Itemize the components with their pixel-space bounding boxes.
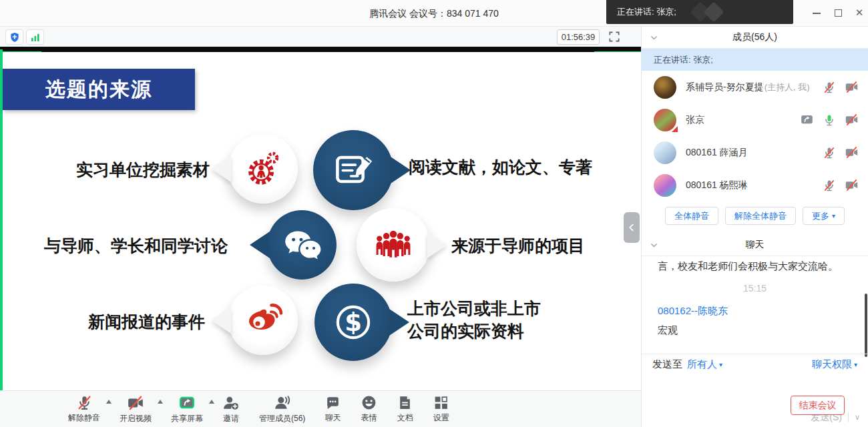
camera-off-icon <box>127 394 144 412</box>
mic-muted-icon[interactable] <box>823 179 836 192</box>
settings-button[interactable]: 设置 <box>433 394 449 424</box>
slide-badge <box>357 208 430 282</box>
more-button[interactable]: 更多 ▾ <box>803 207 845 225</box>
member-row[interactable]: 张京 <box>642 103 868 136</box>
chat-button[interactable]: 聊天 <box>324 394 341 424</box>
mic-active-icon[interactable] <box>823 113 836 127</box>
maximize-icon <box>835 9 842 17</box>
divider <box>848 412 849 422</box>
avatar <box>654 174 676 197</box>
mic-muted-icon <box>76 394 93 411</box>
slide-item-label: 来源于导师的项目 <box>451 235 585 258</box>
avatar <box>654 76 676 99</box>
unmute-button[interactable]: 解除静音 <box>68 394 100 424</box>
slide-badge <box>314 284 392 361</box>
slide-badge <box>313 130 393 210</box>
slide-item-label: 新闻报道的事件 <box>88 311 205 334</box>
slide-title-box: 选题的来源 <box>3 69 195 110</box>
sidebar-collapse-handle[interactable] <box>624 212 640 243</box>
badge-tail <box>211 307 231 334</box>
send-to-dropdown[interactable]: 所有人 ▾ <box>687 358 722 371</box>
shield-icon <box>9 31 21 43</box>
emoji-button[interactable]: 表情 <box>361 394 377 424</box>
member-row[interactable]: 080161 薛涵月 <box>642 136 868 169</box>
member-name: 080161 杨熙琳 <box>686 179 748 191</box>
chat-scrollbar[interactable] <box>865 294 867 357</box>
share-screen-button[interactable]: 共享屏幕 <box>171 394 203 424</box>
slide-item-label: 实习单位挖掘素材 <box>76 159 210 181</box>
mic-muted-icon[interactable] <box>823 146 836 159</box>
avatar <box>654 109 676 131</box>
badge-tail <box>391 157 411 183</box>
camera-off-icon[interactable] <box>845 178 859 192</box>
chat-permission-dropdown[interactable]: 聊天权限 ▾ <box>812 358 857 371</box>
camera-off-icon[interactable] <box>845 145 859 159</box>
close-button[interactable]: ✕ <box>852 5 867 20</box>
caret-up-icon[interactable] <box>106 400 112 404</box>
maximize-button[interactable] <box>831 7 845 20</box>
chevron-down-icon[interactable] <box>650 241 658 252</box>
member-name: 张京 <box>686 114 704 126</box>
unmute-all-button[interactable]: 解除全体静音 <box>725 207 796 225</box>
chevron-down-icon[interactable] <box>650 33 658 44</box>
members-header-label: 成员(56人) <box>732 31 777 43</box>
slide-item-label: 与导师、学长和同学讨论 <box>44 235 228 258</box>
chat-message: 宏观 <box>658 324 678 337</box>
member-role-suffix: (主持人, 我) <box>765 81 810 93</box>
screen-share-icon[interactable] <box>800 113 814 127</box>
send-to-label: 发送至 <box>652 358 682 371</box>
mic-muted-icon[interactable] <box>823 81 836 94</box>
member-row[interactable]: 080161 杨熙琳 <box>642 169 868 201</box>
slide-badge <box>228 286 298 355</box>
badge-tail <box>389 309 409 336</box>
document-icon <box>397 394 413 411</box>
speaking-banner: 正在讲话: 张京; <box>642 49 868 71</box>
slide-badge <box>228 134 298 203</box>
manage-members-button[interactable]: 管理成员(56) <box>259 394 305 424</box>
document-pen-icon <box>329 146 377 194</box>
chat-message: 言，校友和老师们会积极与大家交流哈。 <box>658 260 838 273</box>
members-icon <box>274 394 291 412</box>
mute-all-button[interactable]: 全体静音 <box>665 207 718 225</box>
member-name: 系辅导员-努尔夏提 <box>686 81 764 93</box>
send-options-caret-icon[interactable]: ∨ <box>855 413 860 422</box>
member-actions-row: 全体静音 解除全体静音 更多 ▾ <box>642 207 868 226</box>
settings-grid-icon <box>433 394 449 411</box>
invite-button[interactable]: 邀请 <box>222 394 240 424</box>
gear-person-icon <box>242 148 284 189</box>
security-shield-button[interactable] <box>5 29 23 45</box>
share-screen-icon <box>178 394 196 412</box>
member-name: 080161 薛涵月 <box>686 147 748 159</box>
caret-up-icon[interactable] <box>209 400 214 404</box>
start-video-button[interactable]: 开启视频 <box>120 394 152 424</box>
minimize-button[interactable] <box>809 7 824 20</box>
minimize-icon <box>813 13 821 14</box>
network-status-button[interactable] <box>26 29 44 45</box>
chat-icon <box>324 394 341 411</box>
chat-header-label: 聊天 <box>746 239 765 251</box>
chat-timestamp: 15:15 <box>642 283 868 294</box>
fullscreen-icon <box>608 30 621 43</box>
speaking-overlay: 正在讲话: 张京; <box>606 0 793 24</box>
speaking-overlay-text: 正在讲话: 张京; <box>617 6 676 18</box>
slide-item-label: 上市公司或非上市 公司的实际资料 <box>407 298 541 343</box>
badge-tail <box>211 155 231 182</box>
docs-button[interactable]: 文档 <box>397 394 413 424</box>
avatar <box>654 141 676 164</box>
signal-bars-icon <box>29 31 41 43</box>
dollar-icon <box>329 298 378 347</box>
invite-icon <box>222 394 240 412</box>
fullscreen-button[interactable] <box>608 30 621 46</box>
people-group-icon <box>372 228 415 262</box>
badge-tail <box>250 232 270 258</box>
bottom-toolbar: 解除静音 开启视频 共享屏幕 邀请 管理成员(56) 聊天 表情 文档 <box>0 390 641 427</box>
slide-item-label: 阅读文献，如论文、专著 <box>409 156 592 179</box>
presenter-flag-icon <box>672 126 678 132</box>
end-meeting-button[interactable]: 结束会议 <box>791 396 845 415</box>
meeting-timer: 01:56:39 <box>557 29 600 45</box>
camera-off-icon[interactable] <box>845 80 859 94</box>
caret-down-icon: ▾ <box>854 361 857 368</box>
camera-off-icon[interactable] <box>845 113 859 127</box>
member-row[interactable]: 系辅导员-努尔夏提 (主持人, 我) <box>642 71 868 103</box>
caret-up-icon[interactable] <box>158 400 163 404</box>
